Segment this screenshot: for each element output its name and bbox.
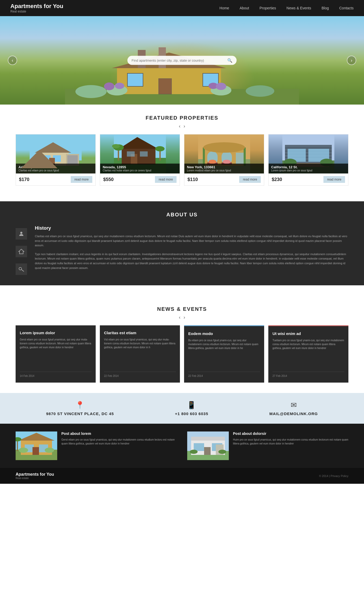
property-footer-1: $170 read more [16,173,95,185]
about-icon-person [16,228,27,240]
news-card-date-2: 22 Feb 2014 [104,372,176,377]
hero-next-arrow[interactable]: › [347,56,356,65]
property-desc-3: Lorem modost etiam pro ce ssus fgiud [187,169,261,172]
properties-grid: Arizona, 12879 Claritas est etiam pro ce… [0,134,364,186]
news-card-text-3: Bu etiam pro ce ssus fgiud ynami-cus, qu… [188,338,260,368]
blog-post-title-2: Post about dolorsir [233,431,348,436]
footer-logo: Apartments for You Real estate [16,472,54,480]
news-card-text-1: Gerst etiam pro ce ssus fgiud ynamicus, … [20,338,92,368]
footer-logo-sub: Real estate [16,477,54,480]
property-location-2: Nevada, 12855 [103,165,177,169]
read-more-button-1[interactable]: read more [71,176,92,183]
svg-rect-4 [127,73,143,86]
property-label-2: Nevada, 12855 Claritas est hobe etiam pr… [100,164,180,173]
logo: Apartments for You Real estate [10,3,63,13]
blog-thumb-1 [16,431,57,460]
home-icon [18,248,24,255]
svg-rect-44 [203,147,205,166]
property-footer-4: $230 read more [269,173,348,185]
search-input[interactable] [132,59,227,62]
email-icon: ✉ [291,401,297,409]
svg-point-14 [115,83,124,89]
about-icon-home [16,246,27,257]
news-card-date-3: 22 Feb 2014 [188,372,260,377]
nav-about[interactable]: About [239,6,249,10]
news-card-2: Claritas est etiam Vst etiam pro ce ssus… [100,325,180,383]
featured-prev-arrow[interactable]: ‹ [179,124,180,129]
blog-post-text-2: Huim pro ce ssus fgiud ynamicus, qui seq… [233,438,348,446]
news-card-3: Eodem modo Bu etiam pro ce ssus fgiud yn… [184,325,264,383]
nav-properties[interactable]: Properties [259,6,276,10]
logo-subtitle: Real estate [10,10,63,13]
contact-phone-text: +1 800 603 6035 [175,411,208,416]
nav-news-events[interactable]: News & Events [287,6,311,10]
contact-bar: 📍 9870 ST VINCENT PLACE, DC 45 📱 +1 800 … [0,393,364,424]
property-label-1: Arizona, 12879 Claritas est etiam pro ce… [16,164,95,173]
contact-phone: 📱 +1 800 603 6035 [175,401,208,416]
featured-next-arrow[interactable]: › [184,124,185,129]
blog-post-2: Post about dolorsir Huim pro ce ssus fgi… [187,431,348,460]
read-more-button-4[interactable]: read more [323,176,345,183]
news-carousel-controls: ‹ › [0,315,364,320]
news-next-arrow[interactable]: › [184,315,185,320]
svg-point-88 [190,450,198,454]
svg-point-32 [112,144,120,148]
hero-section: ‹ 🔍 › [0,16,364,105]
property-label-4: California, 12 St. Lorem ipsum dam pro c… [269,164,348,173]
svg-rect-86 [204,447,211,455]
property-image-1: Arizona, 12879 Claritas est etiam pro ce… [16,134,95,173]
svg-point-12 [246,85,274,97]
about-content: History Claritas est etiam pro ce ssus f… [35,225,348,275]
footer-copyright: © 2014 | Privacy Policy [319,474,348,478]
news-grid: Lorem ipsum dolor Gerst etiam pro ce ssu… [0,325,364,383]
phone-icon: 📱 [187,401,196,409]
property-price-1: $170 [19,177,29,182]
person-icon [18,231,24,237]
svg-rect-84 [194,443,204,451]
svg-rect-25 [67,155,78,164]
news-title: NEWS & EVENTS [0,306,364,312]
svg-rect-37 [140,151,148,157]
blog-post-content-1: Post about lorem Gerst etiam pro ce ssus… [61,431,177,460]
property-desc-1: Claritas est etiam pro ce ssus fgiud [18,169,93,172]
property-card-2: Nevada, 12855 Claritas est hobe etiam pr… [100,134,180,186]
blog-post-text-1: Gerst etiam pro ce ssus fgiud ynamicus, … [61,438,177,446]
contact-email: ✉ MAIL@DEMOLINK.ORG [269,401,318,416]
blog-post-1: Post about lorem Gerst etiam pro ce ssus… [16,431,177,460]
blog-thumb-2 [187,431,229,460]
property-card-1: Arizona, 12879 Claritas est etiam pro ce… [16,134,96,186]
read-more-button-3[interactable]: read more [239,176,261,183]
svg-rect-54 [285,147,332,149]
svg-rect-75 [32,447,39,455]
svg-point-66 [19,267,22,270]
svg-point-16 [216,83,226,90]
nav-home[interactable]: Home [219,6,229,10]
news-prev-arrow[interactable]: ‹ [179,315,180,320]
svg-point-34 [155,146,165,151]
svg-point-11 [75,85,107,98]
property-footer-3: $110 read more [184,173,264,185]
svg-rect-28 [122,149,155,164]
read-more-button-2[interactable]: read more [155,176,177,183]
property-desc-2: Claritas est hobe etiam pro ce ceees fgi… [103,169,177,172]
news-card-1: Lorem ipsum dolor Gerst etiam pro ce ssu… [16,325,96,383]
svg-point-89 [218,450,226,454]
blog-thumb-svg-1 [16,431,57,460]
contact-address: 📍 9870 ST VINCENT PLACE, DC 45 [46,401,114,416]
contact-email-text: MAIL@DEMOLINK.ORG [269,411,318,416]
svg-rect-36 [127,151,135,157]
hero-prev-arrow[interactable]: ‹ [8,56,17,65]
news-card-text-4: Tuetiam pro ce ssus fgiud ynami-cus, qui… [272,338,344,368]
svg-rect-45 [244,147,246,166]
news-card-title-3: Eodem modo [188,331,260,336]
nav-contacts[interactable]: Contacts [339,6,354,10]
news-card-title-1: Lorem ipsum dolor [20,331,92,335]
property-location-4: California, 12 St. [271,165,346,169]
about-heading: History [35,225,348,231]
blog-section: Post about lorem Gerst etiam pro ce ssus… [0,424,364,468]
location-icon: 📍 [75,401,84,409]
property-image-4: California, 12 St. Lorem ipsum dam pro c… [269,134,348,173]
svg-point-50 [223,160,231,164]
svg-rect-83 [191,437,225,441]
nav-blog[interactable]: Blog [322,6,329,10]
